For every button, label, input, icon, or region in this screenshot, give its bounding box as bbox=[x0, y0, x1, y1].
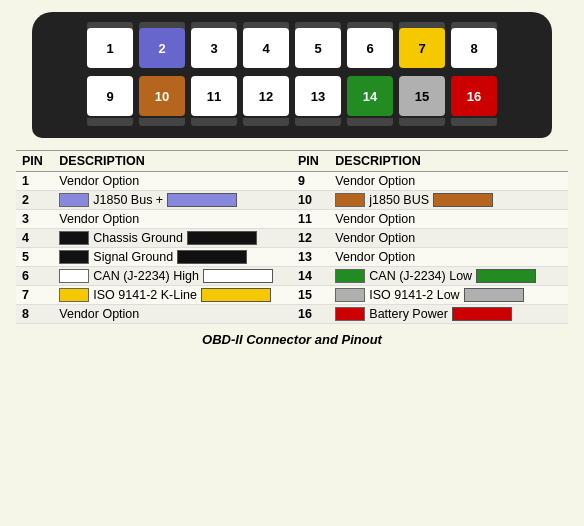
pin-4: 4 bbox=[243, 28, 289, 68]
footer-title: OBD-II Connector and Pinout bbox=[0, 332, 584, 347]
col-desc2-header: DESCRIPTION bbox=[329, 151, 568, 172]
top-pin-row: 1 2 3 4 5 6 7 8 bbox=[42, 28, 542, 68]
table-row: Vendor Option bbox=[329, 229, 568, 248]
col-pin2-header: PIN bbox=[292, 151, 329, 172]
connector-body: 1 2 3 4 5 6 7 8 9 10 11 12 13 14 15 16 bbox=[32, 12, 552, 138]
table-row: Vendor Option bbox=[329, 172, 568, 191]
pin-5: 5 bbox=[295, 28, 341, 68]
pin-10: 10 bbox=[139, 76, 185, 116]
table-row: 2 bbox=[16, 191, 53, 210]
table-row: 1 bbox=[16, 172, 53, 191]
col-desc1-header: DESCRIPTION bbox=[53, 151, 292, 172]
table-row: 12 bbox=[292, 229, 329, 248]
table-row: 13 bbox=[292, 248, 329, 267]
pin-7: 7 bbox=[399, 28, 445, 68]
table-row: 10 bbox=[292, 191, 329, 210]
table-row: CAN (J-2234) Low bbox=[329, 267, 568, 286]
table-row: ISO 9141-2 Low bbox=[329, 286, 568, 305]
pin-3: 3 bbox=[191, 28, 237, 68]
bottom-pin-row: 9 10 11 12 13 14 15 16 bbox=[42, 76, 542, 116]
table-row: ISO 9141-2 K-Line bbox=[53, 286, 292, 305]
table-row: 14 bbox=[292, 267, 329, 286]
pin-2: 2 bbox=[139, 28, 185, 68]
connector-diagram: 1 2 3 4 5 6 7 8 9 10 11 12 13 14 15 16 bbox=[0, 0, 584, 146]
pin-11: 11 bbox=[191, 76, 237, 116]
table-row: Chassis Ground bbox=[53, 229, 292, 248]
pin-16: 16 bbox=[451, 76, 497, 116]
col-pin1-header: PIN bbox=[16, 151, 53, 172]
table-row: Vendor Option bbox=[329, 210, 568, 229]
table-row: 8 bbox=[16, 305, 53, 324]
table-row: Signal Ground bbox=[53, 248, 292, 267]
table-row: 16 bbox=[292, 305, 329, 324]
pin-13: 13 bbox=[295, 76, 341, 116]
table-row: Vendor Option bbox=[53, 305, 292, 324]
pin-1: 1 bbox=[87, 28, 133, 68]
table-row: 9 bbox=[292, 172, 329, 191]
pin-12: 12 bbox=[243, 76, 289, 116]
table-row: j1850 BUS bbox=[329, 191, 568, 210]
table-row: 7 bbox=[16, 286, 53, 305]
pin-8: 8 bbox=[451, 28, 497, 68]
pin-6: 6 bbox=[347, 28, 393, 68]
table-row: CAN (J-2234) High bbox=[53, 267, 292, 286]
table-row: Battery Power bbox=[329, 305, 568, 324]
table-row: Vendor Option bbox=[53, 172, 292, 191]
table-row: 6 bbox=[16, 267, 53, 286]
pinout-table: PIN DESCRIPTION PIN DESCRIPTION 1Vendor … bbox=[16, 150, 568, 324]
pin-15: 15 bbox=[399, 76, 445, 116]
table-row: 11 bbox=[292, 210, 329, 229]
pinout-table-container: PIN DESCRIPTION PIN DESCRIPTION 1Vendor … bbox=[0, 146, 584, 328]
pin-9: 9 bbox=[87, 76, 133, 116]
table-row: Vendor Option bbox=[53, 210, 292, 229]
table-row: J1850 Bus + bbox=[53, 191, 292, 210]
table-row: 15 bbox=[292, 286, 329, 305]
table-row: 4 bbox=[16, 229, 53, 248]
bottom-tabs bbox=[42, 118, 542, 126]
table-row: 5 bbox=[16, 248, 53, 267]
table-row: 3 bbox=[16, 210, 53, 229]
pin-14: 14 bbox=[347, 76, 393, 116]
table-row: Vendor Option bbox=[329, 248, 568, 267]
